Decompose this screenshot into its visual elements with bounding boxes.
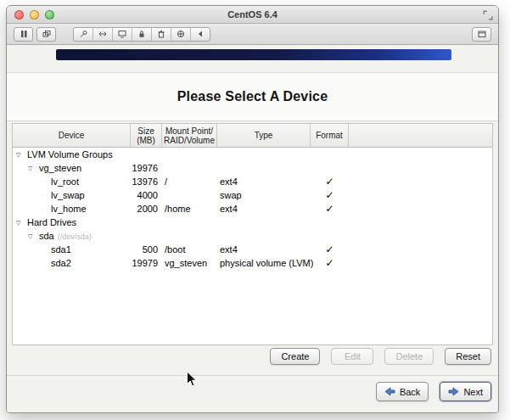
settings-button[interactable]	[74, 28, 93, 41]
column-header-format[interactable]: Format	[311, 124, 349, 147]
next-arrow-icon	[448, 387, 459, 396]
pause-button[interactable]	[14, 27, 33, 42]
minimize-button[interactable]	[30, 10, 39, 20]
device-cell: lv_root	[13, 176, 131, 187]
device-note: (/dev/sda)	[58, 232, 92, 241]
separator	[7, 375, 498, 376]
column-label: Type	[255, 131, 273, 140]
device-cell: lv_swap	[13, 190, 131, 200]
table-header: Device Size (MB) Mount Point/ RAID/Volum…	[13, 124, 492, 148]
table-row[interactable]: sda219979vg_stevenphysical volume (LVM)✓	[13, 256, 492, 270]
format-check-icon: ✓	[311, 244, 349, 255]
mount-point-value: vg_steven	[162, 258, 217, 268]
table-row[interactable]: ▽vg_steven19976	[13, 161, 492, 175]
close-button[interactable]	[14, 10, 24, 20]
column-header-mount[interactable]: Mount Point/ RAID/Volume	[162, 124, 217, 147]
device-cell: ▽vg_steven	[13, 163, 131, 173]
size-value: 19976	[131, 163, 162, 173]
size-value: 4000	[131, 190, 162, 200]
format-check-icon: ✓	[311, 189, 349, 201]
titlebar[interactable]: CentOS 6.4	[7, 6, 498, 24]
table-row[interactable]: lv_home2000/homeext4✓	[13, 202, 492, 216]
next-label: Next	[463, 387, 483, 397]
device-cell: ▽Hard Drives	[13, 217, 131, 227]
type-value: ext4	[217, 176, 311, 187]
fullscreen-icon[interactable]	[483, 10, 493, 20]
device-table-body: ▽LVM Volume Groups▽vg_steven19976lv_root…	[13, 148, 492, 270]
table-row[interactable]: lv_root13976/ext4✓	[13, 175, 492, 188]
lock-icon	[137, 30, 146, 38]
create-button[interactable]: Create	[270, 348, 320, 365]
type-value: physical volume (LVM)	[217, 258, 311, 268]
table-row[interactable]: ▽LVM Volume Groups	[13, 148, 492, 161]
resize-button[interactable]	[93, 28, 113, 41]
reset-button[interactable]: Reset	[445, 348, 491, 365]
expander-icon[interactable]: ▽	[28, 165, 39, 172]
table-row[interactable]: ▽Hard Drives	[13, 216, 492, 229]
display-icon	[118, 30, 126, 38]
type-value: swap	[217, 190, 311, 200]
column-header-device[interactable]: Device	[13, 124, 131, 147]
format-check-icon: ✓	[311, 176, 349, 188]
device-table[interactable]: Device Size (MB) Mount Point/ RAID/Volum…	[12, 123, 493, 345]
size-value: 2000	[131, 204, 162, 214]
column-header-empty	[349, 124, 492, 147]
expander-icon[interactable]: ▽	[16, 220, 27, 227]
zoom-button[interactable]	[45, 10, 54, 20]
device-label: lv_home	[51, 204, 87, 214]
trash-button[interactable]	[152, 28, 171, 41]
column-label: Format	[316, 131, 343, 140]
size-value: 13976	[131, 176, 162, 187]
title-band: Please Select A Device	[7, 72, 498, 121]
next-button[interactable]: Next	[440, 382, 491, 401]
action-button-row: Create Edit Delete Reset	[270, 348, 491, 365]
back-button[interactable]: Back	[376, 382, 429, 401]
device-cell: sda1	[13, 244, 131, 255]
display-button[interactable]	[113, 28, 132, 41]
format-check-icon: ✓	[311, 257, 349, 269]
table-row[interactable]: ▽sda(/dev/sda)	[13, 229, 492, 243]
window-icon	[478, 30, 486, 38]
mount-point-value: /boot	[162, 244, 217, 255]
size-value: 500	[131, 244, 162, 255]
delete-button[interactable]: Delete	[384, 348, 434, 365]
expander-icon[interactable]: ▽	[16, 152, 27, 159]
device-label: lv_root	[51, 176, 79, 187]
device-label: sda	[39, 231, 54, 241]
lock-button[interactable]	[132, 28, 152, 41]
device-cell: sda2	[13, 258, 131, 268]
column-header-size[interactable]: Size (MB)	[131, 124, 162, 147]
snapshot-button[interactable]	[36, 27, 56, 42]
column-label: Mount Point/	[165, 126, 213, 136]
installer-content: Please Select A Device Device Size (MB) …	[7, 45, 498, 413]
network-button[interactable]	[171, 28, 191, 41]
format-check-icon: ✓	[311, 203, 349, 215]
wrench-icon	[79, 30, 87, 38]
traffic-lights	[14, 10, 54, 20]
column-label: RAID/Volume	[164, 136, 215, 145]
window-mode-button[interactable]	[472, 27, 491, 42]
resize-arrows-icon	[98, 30, 107, 38]
device-label: Hard Drives	[27, 217, 76, 227]
mount-point-value: /home	[162, 204, 217, 214]
table-row[interactable]: lv_swap4000swap✓	[13, 188, 492, 202]
edit-button[interactable]: Edit	[331, 348, 373, 365]
device-label: LVM Volume Groups	[27, 149, 113, 160]
type-value: ext4	[217, 244, 311, 255]
column-label: Device	[59, 131, 85, 140]
expander-icon[interactable]: ▽	[28, 233, 39, 240]
device-label: lv_swap	[51, 190, 85, 200]
trash-icon	[157, 30, 165, 38]
column-header-type[interactable]: Type	[217, 124, 311, 147]
table-row[interactable]: sda1500/bootext4✓	[13, 243, 492, 256]
back-arrow-icon	[384, 387, 395, 396]
device-label: sda2	[51, 258, 71, 268]
nav-button-row: Back Next	[376, 382, 491, 401]
network-icon	[177, 30, 185, 38]
page-title: Please Select A Device	[177, 89, 328, 104]
back-nav-button[interactable]	[191, 28, 210, 41]
window-title: CentOS 6.4	[227, 9, 277, 20]
vm-window: CentOS 6.4	[6, 5, 499, 413]
device-label: sda1	[51, 244, 71, 255]
snapshot-icon	[42, 30, 51, 38]
